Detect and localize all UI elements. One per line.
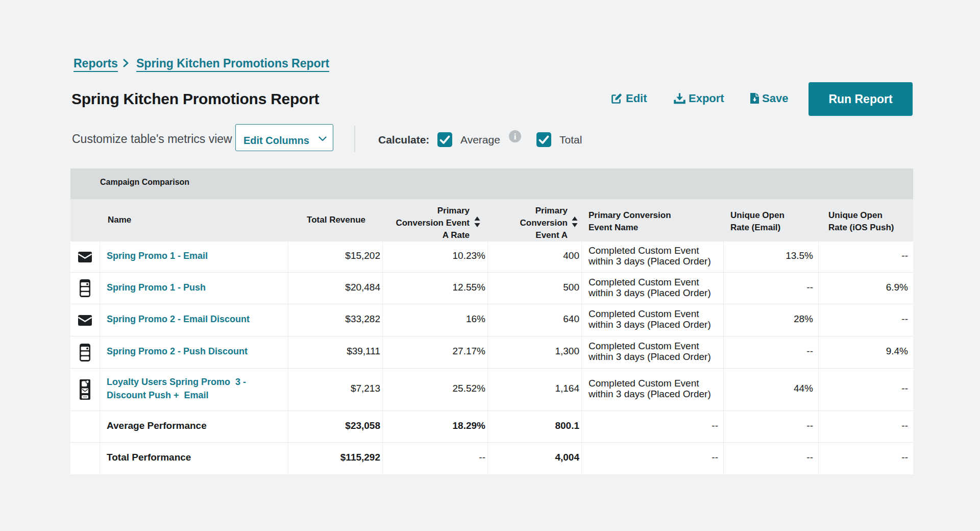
svg-text:i: i: [514, 132, 517, 141]
